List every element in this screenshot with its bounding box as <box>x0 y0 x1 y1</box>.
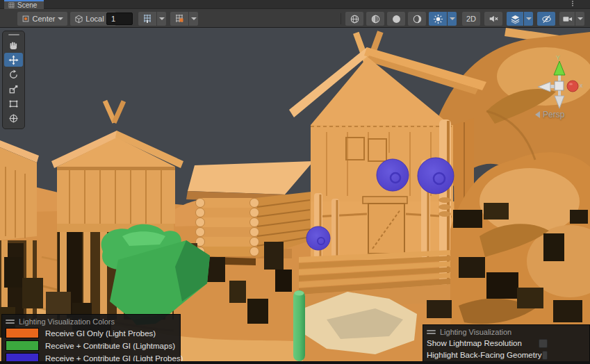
chevron-down-icon <box>577 17 583 20</box>
draw-mode-shaded-button[interactable] <box>387 12 405 26</box>
panel-menu-icon[interactable] <box>6 320 15 324</box>
checkbox-show-lightmap-resolution[interactable] <box>539 339 548 348</box>
viz-option: Show Lightmap Resolution <box>427 338 586 349</box>
gizmo-center-cube[interactable] <box>555 81 564 90</box>
cube-icon <box>74 15 83 24</box>
unity-scene-view: Scene Center Local <box>0 0 590 364</box>
draw-mode-wireframe-button[interactable] <box>345 12 363 26</box>
hand-icon <box>8 40 19 51</box>
viz-option-label: Highlight Back-Facing Geometry <box>427 351 542 359</box>
scale-tool[interactable] <box>4 82 23 96</box>
checkbox-highlight-backfacing-geometry[interactable] <box>542 351 548 360</box>
window-bottom-edge <box>0 361 590 364</box>
panel-menu-icon[interactable] <box>427 330 436 334</box>
pivot-icon <box>22 15 30 23</box>
snap-grid-icon <box>174 14 184 24</box>
move-icon <box>8 55 19 65</box>
viz-option-label: Show Lightmap Resolution <box>427 339 539 347</box>
kebab-menu-icon[interactable] <box>572 0 573 6</box>
eye-hidden-icon <box>541 14 552 24</box>
gizmo-x-label: x <box>580 82 583 89</box>
gizmo-down-axis[interactable] <box>555 96 564 108</box>
draw-mode-miscellaneous-button[interactable] <box>408 12 426 26</box>
transform-tool[interactable] <box>4 111 23 125</box>
lighting-visualization-colors-panel: Lighting Visualization Colors Receive GI… <box>1 314 181 364</box>
move-snap-input[interactable] <box>106 13 133 25</box>
orientation-label: Local <box>85 15 104 23</box>
chevron-down-icon <box>450 17 455 20</box>
rotate-icon <box>8 69 19 80</box>
chevron-down-icon <box>159 17 165 20</box>
grid-axis-icon <box>142 14 152 24</box>
sphere-crescent-icon <box>412 14 423 24</box>
projection-toggle[interactable]: Persp <box>535 110 564 119</box>
scale-icon <box>8 84 19 94</box>
camera-settings-button[interactable] <box>559 12 575 26</box>
tab-label: Scene <box>17 2 37 9</box>
tab-scene[interactable]: Scene <box>4 0 44 9</box>
view-hand-tool[interactable] <box>4 38 23 52</box>
chevron-down-icon <box>191 17 197 20</box>
sun-lighting-icon <box>433 14 443 24</box>
pivot-label: Center <box>32 15 55 23</box>
scene-effects-button[interactable] <box>507 12 523 26</box>
green-capsule[interactable] <box>293 290 305 361</box>
gizmo-y-label: Y <box>556 54 560 61</box>
legend-item: Receive + Contribute GI (Lightmaps) <box>6 340 177 351</box>
scene-lighting-dropdown[interactable] <box>448 12 457 26</box>
legend-swatch-green <box>6 340 39 351</box>
legend-item: Receive GI Only (Light Probes) <box>6 327 177 339</box>
grid-tab-icon <box>8 2 15 8</box>
camera-icon <box>562 14 573 24</box>
snap-settings-button[interactable] <box>170 12 188 26</box>
rect-icon <box>8 99 19 109</box>
mode-2d-button[interactable]: 2D <box>462 12 480 26</box>
tab-bar: Scene <box>0 0 590 9</box>
sphere-wireframe-icon <box>350 14 360 24</box>
gizmo-side-axis[interactable] <box>538 82 550 92</box>
tool-handle-position-dropdown[interactable]: Center <box>17 12 67 26</box>
transform-icon <box>8 113 19 124</box>
audio-mute-button[interactable] <box>484 12 502 26</box>
scene-effects-dropdown[interactable] <box>524 12 533 26</box>
persp-chevron-icon <box>535 111 540 118</box>
lighting-visualization-panel: Lighting Visualization Show Lightmap Res… <box>423 324 590 363</box>
grid-visibility-dropdown[interactable] <box>157 12 166 26</box>
legend-label: Receive GI Only (Light Probes) <box>45 329 156 338</box>
sphere-shaded-wireframe-icon <box>370 14 381 24</box>
chevron-down-icon <box>526 17 532 20</box>
toolbar-separator <box>341 13 341 24</box>
sphere-solid-icon <box>391 14 402 24</box>
viz-title: Lighting Visualization <box>440 328 511 336</box>
grid-visibility-button[interactable] <box>138 12 156 26</box>
legend-swatch-orange <box>6 328 39 338</box>
gizmo-x-axis[interactable] <box>567 81 578 92</box>
persp-label: Persp <box>543 110 564 119</box>
move-tool[interactable] <box>4 53 23 67</box>
overlay-drag-handle[interactable] <box>8 34 19 35</box>
rotate-tool[interactable] <box>4 67 23 81</box>
scene-lighting-button[interactable] <box>429 12 447 26</box>
layers-icon <box>510 14 521 24</box>
gizmo-y-axis[interactable] <box>554 61 565 75</box>
snap-settings-dropdown[interactable] <box>189 12 198 26</box>
mode-2d-label: 2D <box>466 15 476 23</box>
scene-toolbar: Center Local <box>0 9 590 28</box>
legend-label: Receive + Contribute GI (Lightmaps) <box>45 342 175 350</box>
tools-overlay <box>2 31 25 129</box>
camera-settings-dropdown[interactable] <box>575 12 584 26</box>
viz-option: Highlight Back-Facing Geometry <box>427 349 586 361</box>
draw-mode-shaded-wireframe-button[interactable] <box>366 12 384 26</box>
legend-title: Lighting Visualization Colors <box>19 317 115 326</box>
rect-tool[interactable] <box>4 97 23 110</box>
speaker-muted-icon <box>489 14 498 24</box>
chevron-down-icon <box>58 17 63 20</box>
scene-visibility-button[interactable] <box>537 12 555 26</box>
